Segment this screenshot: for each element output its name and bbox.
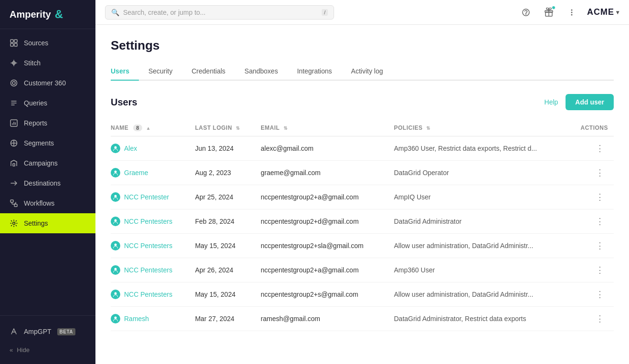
user-name-link[interactable]: Ramesh (111, 314, 184, 323)
user-name-cell: NCC Pentester (111, 185, 189, 209)
user-name-cell: NCC Pentesters (111, 258, 189, 282)
tab-sandboxes[interactable]: Sandboxes (235, 62, 287, 81)
tab-security[interactable]: Security (139, 62, 182, 81)
settings-tabs: Users Security Credentials Sandboxes Int… (111, 62, 614, 81)
svg-point-22 (115, 219, 117, 222)
hide-sidebar-button[interactable]: « Hide (0, 342, 95, 358)
page-title: Settings (111, 38, 614, 53)
user-email-cell: nccpentestgroup2+a@gmail.com (255, 185, 388, 209)
sidebar-item-campaigns[interactable]: Campaigns (0, 153, 95, 173)
table-row: Ramesh Mar 27, 2024 ramesh@gmail.com Dat… (111, 307, 614, 331)
help-icon-button[interactable] (518, 5, 534, 20)
user-actions-cell: ⋮ (568, 307, 614, 331)
user-last-login-cell: Mar 27, 2024 (189, 307, 255, 331)
reports-icon (10, 119, 18, 127)
sidebar-item-workflows[interactable]: Workflows (0, 193, 95, 213)
user-name-link[interactable]: Graeme (111, 168, 184, 177)
svg-rect-9 (13, 164, 15, 166)
user-name-link[interactable]: NCC Pentesters (111, 241, 184, 250)
user-policies-cell: DataGrid Administrator (388, 209, 568, 234)
sidebar-item-stitch[interactable]: Stitch (0, 53, 95, 73)
gift-icon-button[interactable] (541, 5, 556, 20)
user-name-cell: Alex (111, 136, 189, 161)
users-section-title: Users (111, 97, 137, 108)
svg-point-21 (115, 195, 117, 198)
user-more-button[interactable]: ⋮ (592, 191, 608, 203)
sidebar-item-reports[interactable]: Reports (0, 113, 95, 133)
search-bar[interactable]: 🔍 Search, create, or jump to... / (105, 5, 334, 20)
user-last-login-cell: Apr 26, 2024 (189, 258, 255, 282)
sidebar-item-customer360[interactable]: Customer 360 (0, 73, 95, 93)
svg-point-5 (11, 80, 17, 86)
sidebar-item-queries[interactable]: Queries (0, 93, 95, 113)
settings-icon (10, 219, 18, 228)
logo[interactable]: Amperity & (0, 0, 95, 29)
sidebar-item-settings[interactable]: Settings (0, 213, 95, 233)
user-avatar (111, 168, 120, 177)
topbar: 🔍 Search, create, or jump to... / ACME ▾ (95, 0, 629, 25)
add-user-button[interactable]: Add user (566, 94, 614, 110)
users-section-header: Users Help Add user (111, 94, 614, 110)
user-more-button[interactable]: ⋮ (592, 142, 608, 155)
svg-point-20 (115, 171, 117, 173)
user-name-text: Ramesh (124, 315, 149, 322)
user-name-text: Alex (124, 145, 137, 152)
help-link[interactable]: Help (545, 98, 558, 106)
sidebar-item-label: Settings (24, 219, 48, 227)
user-more-button[interactable]: ⋮ (592, 312, 608, 325)
sidebar-bottom: AmpGPT BETA « Hide (0, 315, 95, 364)
user-avatar (111, 314, 120, 323)
last-login-column-header[interactable]: LAST LOGIN ⇅ (189, 120, 255, 136)
user-name-cell: NCC Pentesters (111, 282, 189, 307)
user-name-link[interactable]: NCC Pentesters (111, 265, 184, 275)
content-area: Settings Users Security Credentials Sand… (95, 25, 629, 364)
user-name-link[interactable]: Alex (111, 144, 184, 153)
user-more-button[interactable]: ⋮ (592, 288, 608, 301)
svg-rect-2 (10, 43, 13, 46)
user-name-cell: NCC Pentesters (111, 209, 189, 234)
sidebar-item-ampgpt[interactable]: AmpGPT BETA (0, 322, 95, 342)
user-name-link[interactable]: NCC Pentesters (111, 217, 184, 226)
user-more-button[interactable]: ⋮ (592, 215, 608, 228)
ampgpt-label: AmpGPT (24, 328, 52, 335)
tab-activity-log[interactable]: Activity log (342, 62, 393, 81)
tab-users[interactable]: Users (111, 62, 139, 81)
tab-integrations[interactable]: Integrations (287, 62, 341, 81)
user-policies-cell: DataGrid Administrator, Restrict data ex… (388, 307, 568, 331)
user-more-button[interactable]: ⋮ (592, 264, 608, 276)
user-avatar (111, 241, 120, 250)
user-more-button[interactable]: ⋮ (592, 166, 608, 179)
table-row: Graeme Aug 2, 2023 graeme@gmail.com Data… (111, 161, 614, 185)
user-email-cell: nccpentestgroup2+d@gmail.com (255, 209, 388, 234)
segments-icon (10, 139, 18, 147)
hide-icon: « (10, 346, 13, 354)
policies-column-header[interactable]: POLICIES ⇅ (388, 120, 568, 136)
sidebar-item-destinations[interactable]: Destinations (0, 173, 95, 193)
email-column-header[interactable]: EMAIL ⇅ (255, 120, 388, 136)
sidebar-item-sources[interactable]: Sources (0, 33, 95, 53)
hide-label: Hide (17, 346, 30, 354)
user-name-text: NCC Pentester (124, 193, 169, 201)
svg-point-17 (571, 11, 573, 13)
user-policies-cell: Allow user administration, DataGrid Admi… (388, 234, 568, 258)
user-email-cell: graeme@gmail.com (255, 161, 388, 185)
user-name-link[interactable]: NCC Pentester (111, 192, 184, 202)
user-name-link[interactable]: NCC Pentesters (111, 290, 184, 299)
user-last-login-cell: May 15, 2024 (189, 234, 255, 258)
sidebar-item-segments[interactable]: Segments (0, 133, 95, 153)
last-login-sort-icon: ⇅ (236, 125, 240, 131)
user-email-cell: nccpentestgroup2+a@gmail.com (255, 258, 388, 282)
tenant-name[interactable]: ACME ▾ (587, 7, 619, 17)
user-name-cell: Ramesh (111, 307, 189, 331)
sidebar: Amperity & Sources Stitch Customer 360 (0, 0, 95, 364)
sidebar-item-label: Stitch (24, 59, 41, 67)
user-policies-cell: AmpIQ User (388, 185, 568, 209)
user-more-button[interactable]: ⋮ (592, 239, 608, 252)
logo-text: Amperity (10, 9, 51, 20)
sidebar-item-label: Customer 360 (24, 79, 66, 87)
tenant-caret-icon: ▾ (616, 9, 619, 16)
tab-credentials[interactable]: Credentials (182, 62, 235, 81)
more-options-icon[interactable] (564, 5, 579, 20)
user-email-cell: alexc@gmail.com (255, 136, 388, 161)
name-column-header[interactable]: NAME 8 ▲ (111, 120, 189, 136)
